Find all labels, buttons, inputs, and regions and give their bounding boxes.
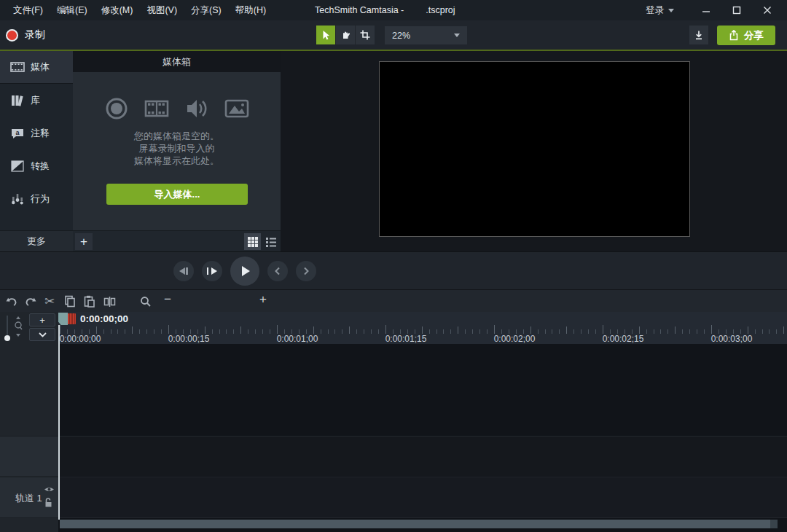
window-title-app: TechSmith Camtasia -	[315, 5, 404, 15]
sidebar-item-transitions[interactable]: 转换	[0, 149, 73, 182]
redo-button[interactable]	[22, 293, 39, 310]
record-button[interactable]: 录制	[6, 26, 45, 44]
chevron-right-icon	[302, 267, 310, 275]
media-bin-title: 媒体箱	[163, 55, 191, 69]
play-button[interactable]	[230, 257, 259, 286]
track-lane-empty[interactable]	[58, 436, 787, 476]
import-media-button[interactable]: 导入媒体...	[106, 184, 248, 205]
record-source-icon	[104, 96, 129, 121]
media-bin-empty-text: 您的媒体箱是空的。 屏幕录制和导入的 媒体将显示在此处。	[73, 130, 281, 167]
share-button[interactable]: 分享	[717, 26, 775, 45]
hand-icon	[340, 29, 351, 41]
ruler-label: 0:00:01;00	[277, 334, 318, 344]
main-toolbar: 录制 22%	[0, 20, 787, 50]
list-view-button[interactable]	[262, 233, 279, 250]
split-icon	[103, 296, 116, 308]
ruler-label: 0:00:00;00	[60, 334, 101, 344]
empty-text-line3: 媒体将显示在此处。	[73, 154, 281, 167]
audio-icon	[184, 96, 209, 121]
playhead-line[interactable]	[58, 325, 60, 520]
playhead-flag[interactable]	[58, 313, 68, 325]
undo-icon	[5, 296, 18, 308]
close-button[interactable]	[752, 0, 783, 20]
empty-text-line2: 屏幕录制和导入的	[73, 142, 281, 154]
step-back-icon	[179, 267, 188, 275]
menu-view[interactable]: 视图(V)	[146, 4, 177, 17]
ruler-label: 0:00:03;00	[711, 334, 753, 344]
media-bin-header: 媒体箱	[73, 51, 281, 72]
sidebar-more-button[interactable]: 更多	[0, 230, 73, 251]
media-icon	[9, 59, 26, 75]
add-track-button[interactable]: +	[29, 313, 55, 326]
track1-lane[interactable]	[58, 477, 787, 518]
sidebar-item-label: 媒体	[31, 60, 50, 74]
timeline-toolbar: ✂ −	[0, 289, 787, 312]
menu-modify[interactable]: 修改(M)	[101, 4, 133, 17]
ruler-label: 0:00:02;15	[603, 334, 644, 344]
lock-open-icon[interactable]	[44, 497, 52, 508]
title-bar: 文件(F) 编辑(E) 修改(M) 视图(V) 分享(S) 帮助(H) Tech…	[0, 0, 787, 20]
track1-header[interactable]: 轨道 1	[0, 477, 58, 518]
sidebar-item-media[interactable]: 媒体	[0, 51, 73, 84]
select-tool-button[interactable]	[316, 26, 335, 44]
menu-edit[interactable]: 编辑(E)	[57, 4, 87, 17]
timeline-ruler[interactable]: 0:00:00;00 0:00:00;00 0:00:00;15 0:00:01…	[58, 312, 787, 344]
copy-icon	[64, 295, 76, 308]
pan-tool-button[interactable]	[336, 26, 355, 44]
menu-file[interactable]: 文件(F)	[13, 4, 43, 17]
behavior-icon	[9, 191, 26, 207]
sidebar-item-library[interactable]: 库	[0, 84, 73, 117]
next-button[interactable]	[296, 261, 316, 281]
chevron-down-icon	[39, 332, 47, 337]
track-header-column: + 轨道 1	[0, 312, 58, 532]
step-back-button[interactable]	[173, 261, 194, 281]
horizontal-scrollbar[interactable]	[60, 520, 770, 528]
timeline-zoom-button[interactable]	[137, 293, 154, 310]
crop-tool-button[interactable]	[356, 26, 375, 44]
cut-button[interactable]: ✂	[41, 293, 58, 310]
media-bin-footer: +	[73, 230, 281, 251]
paste-button[interactable]	[80, 293, 98, 310]
add-media-button[interactable]: +	[75, 233, 93, 250]
login-menu[interactable]: 登录	[646, 0, 674, 20]
chevron-down-icon	[668, 9, 674, 12]
menu-bar: 文件(F) 编辑(E) 修改(M) 视图(V) 分享(S) 帮助(H)	[13, 0, 266, 20]
download-button[interactable]	[689, 26, 708, 44]
playhead-marker[interactable]	[68, 313, 76, 324]
previous-button[interactable]	[267, 261, 288, 281]
preview-canvas[interactable]	[379, 61, 690, 237]
play-icon	[242, 266, 250, 276]
step-forward-button[interactable]	[202, 261, 222, 281]
split-button[interactable]	[101, 293, 118, 310]
sidebar-item-behaviors[interactable]: 行为	[0, 182, 73, 215]
record-icon	[6, 29, 18, 42]
playback-bar: 00:00 / 00:00 30 fps 属性	[0, 251, 787, 289]
menu-share[interactable]: 分享(S)	[191, 4, 222, 17]
undo-button[interactable]	[3, 293, 20, 310]
video-icon	[144, 96, 170, 121]
minimize-button[interactable]	[691, 0, 721, 20]
maximize-button[interactable]	[721, 0, 752, 20]
track-height-slider-handle[interactable]	[4, 335, 10, 341]
track1-icons	[44, 485, 55, 512]
ruler-label: 0:00:00;15	[168, 334, 210, 344]
track-options-button[interactable]	[29, 328, 55, 341]
timeline-body[interactable]	[58, 344, 787, 532]
zoom-out-button[interactable]: −	[164, 292, 171, 307]
sidebar: 媒体 库 a 注释	[0, 51, 73, 251]
canvas-zoom-select[interactable]: 22%	[385, 26, 467, 44]
main-area: 媒体 库 a 注释	[0, 51, 787, 251]
transition-icon	[9, 158, 26, 174]
eye-icon[interactable]	[44, 485, 55, 493]
copy-button[interactable]	[61, 293, 79, 310]
login-label: 登录	[646, 4, 664, 17]
track-header-empty	[0, 436, 58, 476]
zoom-in-button[interactable]: +	[259, 292, 267, 307]
window-controls	[691, 0, 783, 20]
ruler-ticks	[58, 325, 787, 334]
sidebar-item-label: 库	[31, 94, 40, 107]
menu-help[interactable]: 帮助(H)	[235, 4, 266, 17]
sidebar-item-annotations[interactable]: a 注释	[0, 117, 73, 149]
grid-view-button[interactable]	[244, 233, 261, 250]
record-label: 录制	[25, 28, 45, 42]
